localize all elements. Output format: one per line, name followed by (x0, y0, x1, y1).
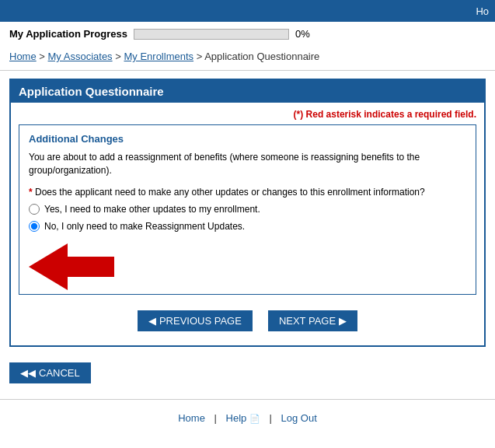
required-asterisk: * (29, 187, 33, 198)
next-icon: ▶ (339, 315, 347, 327)
footer: Home | Help 📄 | Log Out (0, 399, 495, 432)
card-header: Application Questionnaire (11, 80, 484, 103)
next-label: NEXT PAGE (279, 315, 336, 327)
footer-help[interactable]: Help 📄 (226, 412, 263, 424)
application-questionnaire-card: Application Questionnaire (*) Red asteri… (9, 79, 486, 347)
question-row: * Does the applicant need to make any ot… (29, 187, 466, 232)
cancel-button[interactable]: ◀◀ CANCEL (9, 362, 91, 383)
radio-yes-label: Yes, I need to make other updates to my … (44, 204, 260, 215)
breadcrumb-current: Application Questionnaire (204, 51, 319, 62)
question-body: Does the applicant need to make any othe… (35, 187, 425, 198)
radio-no[interactable] (29, 221, 40, 232)
svg-marker-0 (29, 243, 114, 290)
previous-icon: ◀ (148, 315, 156, 327)
description-text: You are about to add a reassignment of b… (29, 151, 466, 177)
question-text: * Does the applicant need to make any ot… (29, 187, 466, 198)
footer-home[interactable]: Home (178, 412, 205, 424)
breadcrumb: Home > My Associates > My Enrollments > … (0, 46, 495, 71)
cancel-icon: ◀◀ (20, 367, 36, 379)
card-title: Application Questionnaire (19, 85, 164, 98)
nav-buttons: ◀ PREVIOUS PAGE NEXT PAGE ▶ (19, 304, 476, 339)
header-bar: Ho (0, 0, 495, 22)
footer-help-label: Help (226, 412, 247, 424)
radio-option-no[interactable]: No, I only need to make Reassignment Upd… (29, 221, 466, 232)
red-arrow-icon (29, 240, 122, 294)
additional-changes-title: Additional Changes (29, 133, 466, 145)
progress-bar-outer (134, 29, 289, 40)
card-body: (*) Red asterisk indicates a required fi… (11, 103, 484, 345)
radio-no-label: No, I only need to make Reassignment Upd… (44, 221, 245, 232)
progress-percentage: 0% (295, 28, 310, 40)
cancel-area: ◀◀ CANCEL (0, 355, 495, 391)
footer-logout[interactable]: Log Out (281, 412, 317, 424)
additional-changes-box: Additional Changes You are about to add … (19, 124, 476, 295)
cancel-label: CANCEL (39, 367, 80, 379)
radio-option-yes[interactable]: Yes, I need to make other updates to my … (29, 204, 466, 215)
breadcrumb-associates[interactable]: My Associates (48, 51, 113, 62)
progress-label: My Application Progress (9, 28, 127, 40)
arrow-container (29, 240, 466, 286)
breadcrumb-home[interactable]: Home (9, 51, 37, 62)
radio-yes[interactable] (29, 204, 40, 215)
previous-page-button[interactable]: ◀ PREVIOUS PAGE (138, 310, 253, 331)
help-icon: 📄 (249, 414, 260, 423)
header-text: Ho (476, 5, 489, 17)
next-page-button[interactable]: NEXT PAGE ▶ (268, 310, 357, 331)
required-note: (*) Red asterisk indicates a required fi… (19, 109, 476, 120)
previous-label: PREVIOUS PAGE (159, 315, 242, 327)
progress-area: My Application Progress 0% (0, 22, 495, 46)
breadcrumb-enrollments[interactable]: My Enrollments (124, 51, 193, 62)
